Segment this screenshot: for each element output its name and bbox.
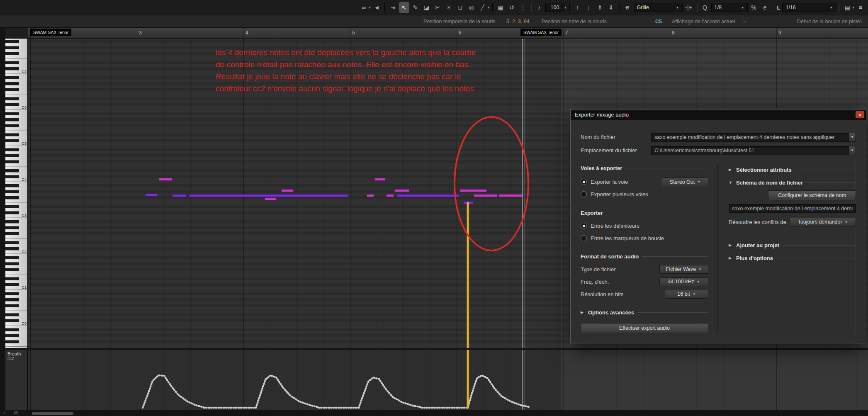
link-caret-icon[interactable]: ▾ [369,5,371,10]
snap-icon[interactable]: ⋇ [622,2,632,13]
close-icon[interactable]: × [856,111,864,118]
section-rule [776,258,856,258]
split-tool-icon[interactable]: ✂ [433,2,443,13]
sample-rate-label: Fréq. d'éch. [581,279,609,285]
scheme-preview-value: saxo exemple modification de l emplaceme… [729,206,856,212]
timeline-ruler[interactable]: 3456789 SWAM SAX Tenor SWAM SAX Tenor [0,28,868,39]
midi-note[interactable] [386,194,394,197]
cc-lane-number: cc2 [7,356,27,361]
midi-note[interactable] [145,194,157,197]
page-icon[interactable]: ▤ [14,410,18,416]
toolbar-items: ∞▾◄⇥↖✎◪✂×⊔◎╱▾▦↺⋮♪100▾↑↓⇑⇓⋇Grille▼-|+Q1/8… [359,0,866,15]
file-name-row: Nom du fichier saxo exemple modification… [581,132,856,142]
midi-note[interactable] [394,189,409,192]
scrollbar-thumb[interactable] [32,412,73,415]
configure-scheme-button[interactable]: Configurer le schéma de nom [768,190,856,200]
velocity-caret-icon[interactable]: ▾ [564,5,567,10]
draw-tool-icon[interactable]: ✎ [410,2,420,13]
midi-note[interactable] [367,194,374,197]
sample-rate-select[interactable]: 44.100 kHz ▼ [659,277,708,286]
ruler-measure-label: 7 [565,30,568,36]
export-channel-radio[interactable]: Exporter la voie Stereo Out ▼ [581,178,708,186]
quantize-icon[interactable]: Q [700,2,710,13]
midi-note[interactable] [396,194,459,197]
zoom-tool-icon[interactable]: ◎ [466,2,476,13]
transpose-down-icon[interactable]: ⇓ [606,2,616,13]
midi-note[interactable] [374,178,385,181]
part-tab-left[interactable]: SWAM SAX Tenor [30,29,71,36]
export-multiple-radio[interactable]: Exporter plusieurs voies [581,190,708,199]
velocity-note-icon[interactable]: ♪ [534,2,544,13]
grid-select[interactable]: Grille▼ [634,3,683,12]
current-chord-value: -- [743,19,746,24]
scheme-preview-input[interactable]: saxo exemple modification de l emplaceme… [729,204,856,213]
quantize-select[interactable]: 1/8▼ [711,3,748,12]
link-icon[interactable]: ∞ [359,2,369,13]
layout-caret-icon[interactable]: ▾ [852,5,854,10]
file-type-select[interactable]: Fichier Wave ▼ [659,265,708,274]
show-lanes-icon[interactable]: ▦ [496,2,506,13]
midi-note[interactable] [188,194,348,197]
add-to-project-section[interactable]: ▶ Ajouter au projet [729,241,856,249]
iterative-quantize-icon[interactable]: e [760,2,770,13]
acoustic-feedback-icon[interactable]: ◄ [372,2,382,13]
export-audio-button[interactable]: Effectuer export audio [581,323,708,333]
cc-lane-header[interactable]: Breath cc2 [5,350,28,410]
select-tool-icon[interactable]: ↖ [399,2,409,13]
line-tool-icon[interactable]: ╱ [477,2,487,13]
file-type-label: Type de fichier [581,266,616,272]
nudge-down-icon[interactable]: ↓ [584,2,594,13]
file-location-input[interactable]: C:\Users\ericmusicstrasbourg\Music\test … [651,146,856,155]
bit-depth-row: Résolution en bits 16 bit ▼ [581,289,708,299]
annotation-line: Résultat je joue la note au clavier mais… [216,71,476,83]
between-locators-radio[interactable]: Entre les délimiteurs [581,221,708,230]
ruler-measure-label: 8 [672,30,675,36]
swing-icon[interactable]: % [749,2,759,13]
octave-label: C5 [22,142,27,145]
autoscroll-icon[interactable]: ⇥ [388,2,398,13]
editor-layout-icon[interactable]: ▤ [842,2,852,13]
keyboard-focus-icon[interactable]: + [3,410,6,415]
part-tab-right[interactable]: SWAM SAX Tenor [520,29,562,36]
length-select[interactable]: 1/16▼ [782,3,836,12]
octave-label: C6 [22,106,27,109]
dialog-titlebar[interactable]: Exporter mixage audio × [571,109,866,120]
mute-tool-icon[interactable]: × [444,2,454,13]
lane-separator[interactable] [0,348,868,350]
name-scheme-section[interactable]: ▼ Schéma de nom de fichier [729,179,856,186]
annotation-circle [454,116,529,251]
snap-type-icon[interactable]: -|+ [684,2,694,13]
independent-loop-icon[interactable]: ↺ [507,2,517,13]
piano-keyboard[interactable]: C7C6C5C4C3C2C1C0 [5,39,28,348]
between-cycle-radio[interactable]: Entre les marqueurs de boucle [581,234,708,243]
annotation-line: de controle n'était pas ratachée aux not… [216,58,476,71]
chevron-down-icon[interactable]: ▼ [849,133,856,141]
more-options-section[interactable]: ▶ Plus d'options [729,254,856,262]
line-tool-caret-icon[interactable]: ▾ [487,5,489,10]
midi-note[interactable] [265,197,277,200]
midi-note[interactable] [159,178,172,181]
chevron-down-icon: ▼ [845,220,848,224]
channel-select[interactable]: Stereo Out ▼ [662,178,708,186]
collapsed-arrow-icon: ▶ [729,243,733,247]
midi-note[interactable] [172,194,186,197]
mouse-note-value: C5 [655,19,662,24]
erase-tool-icon[interactable]: ◪ [421,2,431,13]
conflicts-select[interactable]: Toujours demander ▼ [790,218,856,226]
horizontal-scrollbar[interactable]: + ▤ [0,410,868,416]
advanced-options-section[interactable]: ▶ Options avancées [581,309,708,316]
file-name-input[interactable]: saxo exemple modification de l emplaceme… [651,133,856,142]
dialog-right-column: ▶ Sélectionner attributs ▼ Schéma de nom… [717,164,856,333]
bit-depth-select[interactable]: 16 bit ▼ [665,290,708,299]
nudge-up-icon[interactable]: ↑ [573,2,583,13]
transpose-up-icon[interactable]: ⇑ [595,2,605,13]
conflicts-row: Résoudre les conflits de. Toujours deman… [729,217,856,226]
velocity-value[interactable]: 100 [545,3,564,12]
select-attributes-section[interactable]: ▶ Sélectionner attributs [729,166,856,173]
glue-tool-icon[interactable]: ⊔ [455,2,465,13]
settings-icon[interactable]: ≡ [856,2,866,13]
kebab-icon[interactable]: ⋮ [518,2,528,13]
chevron-down-icon[interactable]: ▼ [849,146,856,155]
midi-note[interactable] [281,189,294,192]
radio-selected-icon [581,179,587,185]
